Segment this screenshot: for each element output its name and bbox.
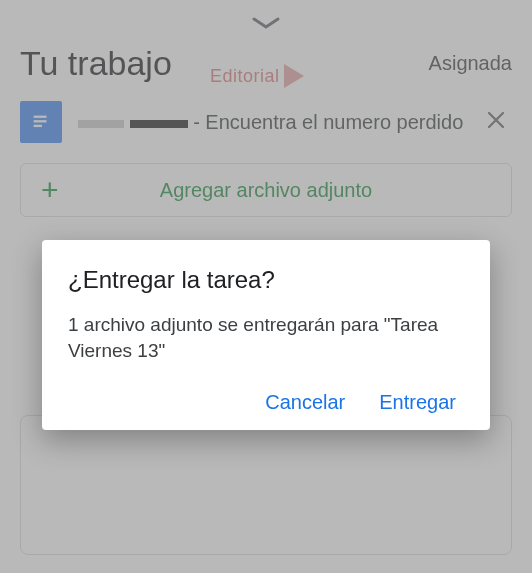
- dialog-message: 1 archivo adjunto se entregarán para "Ta…: [68, 312, 464, 363]
- dialog-actions: Cancelar Entregar: [68, 391, 464, 414]
- submit-button[interactable]: Entregar: [379, 391, 456, 414]
- cancel-button[interactable]: Cancelar: [265, 391, 345, 414]
- submit-dialog: ¿Entregar la tarea? 1 archivo adjunto se…: [42, 240, 490, 430]
- dialog-title: ¿Entregar la tarea?: [68, 266, 464, 294]
